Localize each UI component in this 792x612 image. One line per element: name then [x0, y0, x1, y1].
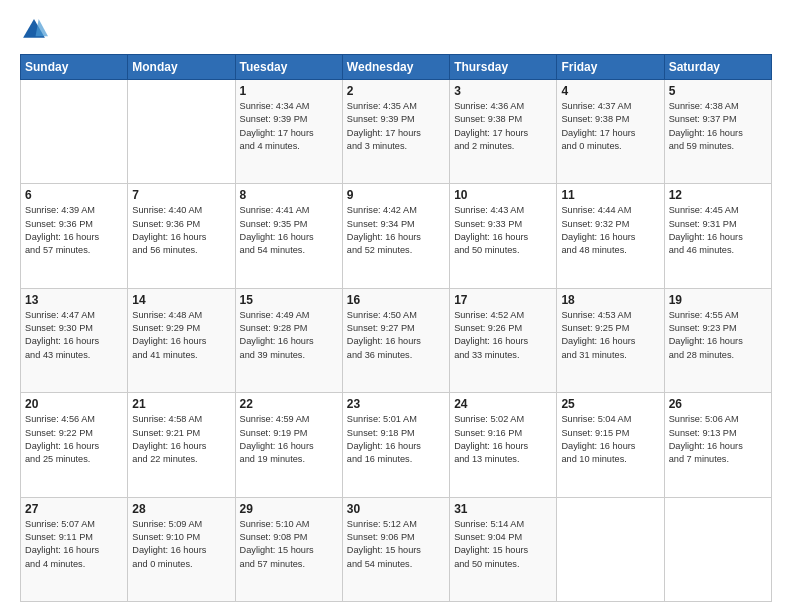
day-number: 9: [347, 188, 445, 202]
logo-icon: [20, 16, 48, 44]
calendar-week-row: 27Sunrise: 5:07 AM Sunset: 9:11 PM Dayli…: [21, 497, 772, 601]
day-info: Sunrise: 5:14 AM Sunset: 9:04 PM Dayligh…: [454, 518, 552, 571]
day-number: 18: [561, 293, 659, 307]
day-number: 27: [25, 502, 123, 516]
calendar-day-header: Friday: [557, 55, 664, 80]
calendar-cell: 8Sunrise: 4:41 AM Sunset: 9:35 PM Daylig…: [235, 184, 342, 288]
calendar-cell: 26Sunrise: 5:06 AM Sunset: 9:13 PM Dayli…: [664, 393, 771, 497]
day-number: 3: [454, 84, 552, 98]
page: SundayMondayTuesdayWednesdayThursdayFrid…: [0, 0, 792, 612]
day-number: 31: [454, 502, 552, 516]
day-info: Sunrise: 4:44 AM Sunset: 9:32 PM Dayligh…: [561, 204, 659, 257]
day-info: Sunrise: 4:34 AM Sunset: 9:39 PM Dayligh…: [240, 100, 338, 153]
day-info: Sunrise: 4:59 AM Sunset: 9:19 PM Dayligh…: [240, 413, 338, 466]
calendar-cell: 6Sunrise: 4:39 AM Sunset: 9:36 PM Daylig…: [21, 184, 128, 288]
calendar-cell: 24Sunrise: 5:02 AM Sunset: 9:16 PM Dayli…: [450, 393, 557, 497]
day-number: 10: [454, 188, 552, 202]
calendar-cell: 1Sunrise: 4:34 AM Sunset: 9:39 PM Daylig…: [235, 80, 342, 184]
calendar-cell: 23Sunrise: 5:01 AM Sunset: 9:18 PM Dayli…: [342, 393, 449, 497]
calendar-cell: 29Sunrise: 5:10 AM Sunset: 9:08 PM Dayli…: [235, 497, 342, 601]
calendar-cell: 2Sunrise: 4:35 AM Sunset: 9:39 PM Daylig…: [342, 80, 449, 184]
calendar-cell: 9Sunrise: 4:42 AM Sunset: 9:34 PM Daylig…: [342, 184, 449, 288]
day-number: 25: [561, 397, 659, 411]
day-number: 11: [561, 188, 659, 202]
day-number: 15: [240, 293, 338, 307]
calendar-cell: 5Sunrise: 4:38 AM Sunset: 9:37 PM Daylig…: [664, 80, 771, 184]
calendar-cell: [664, 497, 771, 601]
calendar-table: SundayMondayTuesdayWednesdayThursdayFrid…: [20, 54, 772, 602]
day-number: 26: [669, 397, 767, 411]
day-number: 7: [132, 188, 230, 202]
calendar-day-header: Thursday: [450, 55, 557, 80]
day-number: 4: [561, 84, 659, 98]
day-info: Sunrise: 4:38 AM Sunset: 9:37 PM Dayligh…: [669, 100, 767, 153]
day-info: Sunrise: 4:43 AM Sunset: 9:33 PM Dayligh…: [454, 204, 552, 257]
day-info: Sunrise: 4:50 AM Sunset: 9:27 PM Dayligh…: [347, 309, 445, 362]
calendar-cell: [21, 80, 128, 184]
day-number: 19: [669, 293, 767, 307]
svg-marker-1: [36, 19, 48, 36]
calendar-cell: 4Sunrise: 4:37 AM Sunset: 9:38 PM Daylig…: [557, 80, 664, 184]
day-info: Sunrise: 4:41 AM Sunset: 9:35 PM Dayligh…: [240, 204, 338, 257]
day-number: 6: [25, 188, 123, 202]
logo: [20, 16, 52, 44]
calendar-day-header: Monday: [128, 55, 235, 80]
calendar-cell: 14Sunrise: 4:48 AM Sunset: 9:29 PM Dayli…: [128, 288, 235, 392]
day-number: 2: [347, 84, 445, 98]
calendar-cell: [128, 80, 235, 184]
day-info: Sunrise: 4:35 AM Sunset: 9:39 PM Dayligh…: [347, 100, 445, 153]
calendar-day-header: Wednesday: [342, 55, 449, 80]
day-number: 5: [669, 84, 767, 98]
calendar-cell: 25Sunrise: 5:04 AM Sunset: 9:15 PM Dayli…: [557, 393, 664, 497]
day-number: 20: [25, 397, 123, 411]
day-info: Sunrise: 5:09 AM Sunset: 9:10 PM Dayligh…: [132, 518, 230, 571]
calendar-cell: [557, 497, 664, 601]
day-info: Sunrise: 5:07 AM Sunset: 9:11 PM Dayligh…: [25, 518, 123, 571]
calendar-week-row: 1Sunrise: 4:34 AM Sunset: 9:39 PM Daylig…: [21, 80, 772, 184]
day-info: Sunrise: 4:55 AM Sunset: 9:23 PM Dayligh…: [669, 309, 767, 362]
day-number: 17: [454, 293, 552, 307]
calendar-cell: 16Sunrise: 4:50 AM Sunset: 9:27 PM Dayli…: [342, 288, 449, 392]
calendar-cell: 7Sunrise: 4:40 AM Sunset: 9:36 PM Daylig…: [128, 184, 235, 288]
calendar-cell: 27Sunrise: 5:07 AM Sunset: 9:11 PM Dayli…: [21, 497, 128, 601]
calendar-cell: 3Sunrise: 4:36 AM Sunset: 9:38 PM Daylig…: [450, 80, 557, 184]
calendar-week-row: 13Sunrise: 4:47 AM Sunset: 9:30 PM Dayli…: [21, 288, 772, 392]
calendar-cell: 17Sunrise: 4:52 AM Sunset: 9:26 PM Dayli…: [450, 288, 557, 392]
calendar-cell: 31Sunrise: 5:14 AM Sunset: 9:04 PM Dayli…: [450, 497, 557, 601]
day-number: 30: [347, 502, 445, 516]
calendar-header-row: SundayMondayTuesdayWednesdayThursdayFrid…: [21, 55, 772, 80]
day-number: 16: [347, 293, 445, 307]
day-info: Sunrise: 5:02 AM Sunset: 9:16 PM Dayligh…: [454, 413, 552, 466]
calendar-cell: 15Sunrise: 4:49 AM Sunset: 9:28 PM Dayli…: [235, 288, 342, 392]
day-info: Sunrise: 4:36 AM Sunset: 9:38 PM Dayligh…: [454, 100, 552, 153]
calendar-week-row: 6Sunrise: 4:39 AM Sunset: 9:36 PM Daylig…: [21, 184, 772, 288]
day-number: 29: [240, 502, 338, 516]
calendar-cell: 11Sunrise: 4:44 AM Sunset: 9:32 PM Dayli…: [557, 184, 664, 288]
day-info: Sunrise: 4:58 AM Sunset: 9:21 PM Dayligh…: [132, 413, 230, 466]
calendar-cell: 13Sunrise: 4:47 AM Sunset: 9:30 PM Dayli…: [21, 288, 128, 392]
day-info: Sunrise: 4:37 AM Sunset: 9:38 PM Dayligh…: [561, 100, 659, 153]
calendar-day-header: Sunday: [21, 55, 128, 80]
day-number: 21: [132, 397, 230, 411]
calendar-cell: 19Sunrise: 4:55 AM Sunset: 9:23 PM Dayli…: [664, 288, 771, 392]
calendar-cell: 12Sunrise: 4:45 AM Sunset: 9:31 PM Dayli…: [664, 184, 771, 288]
day-info: Sunrise: 4:56 AM Sunset: 9:22 PM Dayligh…: [25, 413, 123, 466]
header: [20, 16, 772, 44]
day-info: Sunrise: 4:53 AM Sunset: 9:25 PM Dayligh…: [561, 309, 659, 362]
day-info: Sunrise: 5:06 AM Sunset: 9:13 PM Dayligh…: [669, 413, 767, 466]
day-number: 14: [132, 293, 230, 307]
day-info: Sunrise: 4:52 AM Sunset: 9:26 PM Dayligh…: [454, 309, 552, 362]
day-number: 24: [454, 397, 552, 411]
calendar-day-header: Tuesday: [235, 55, 342, 80]
calendar-cell: 28Sunrise: 5:09 AM Sunset: 9:10 PM Dayli…: [128, 497, 235, 601]
day-info: Sunrise: 4:40 AM Sunset: 9:36 PM Dayligh…: [132, 204, 230, 257]
day-info: Sunrise: 4:49 AM Sunset: 9:28 PM Dayligh…: [240, 309, 338, 362]
calendar-cell: 22Sunrise: 4:59 AM Sunset: 9:19 PM Dayli…: [235, 393, 342, 497]
day-info: Sunrise: 4:47 AM Sunset: 9:30 PM Dayligh…: [25, 309, 123, 362]
day-info: Sunrise: 4:39 AM Sunset: 9:36 PM Dayligh…: [25, 204, 123, 257]
day-number: 8: [240, 188, 338, 202]
day-number: 12: [669, 188, 767, 202]
day-info: Sunrise: 5:12 AM Sunset: 9:06 PM Dayligh…: [347, 518, 445, 571]
day-info: Sunrise: 4:48 AM Sunset: 9:29 PM Dayligh…: [132, 309, 230, 362]
day-info: Sunrise: 4:45 AM Sunset: 9:31 PM Dayligh…: [669, 204, 767, 257]
